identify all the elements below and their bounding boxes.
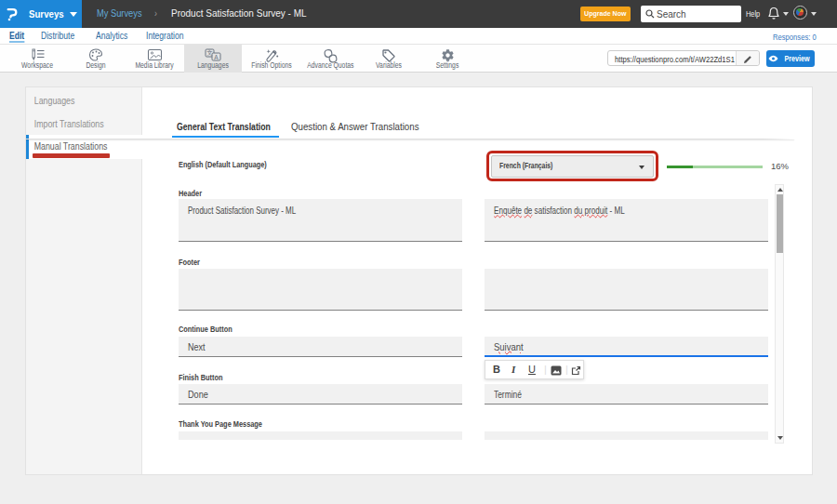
svg-text:文: 文: [206, 49, 213, 56]
svg-text:A: A: [214, 54, 219, 60]
